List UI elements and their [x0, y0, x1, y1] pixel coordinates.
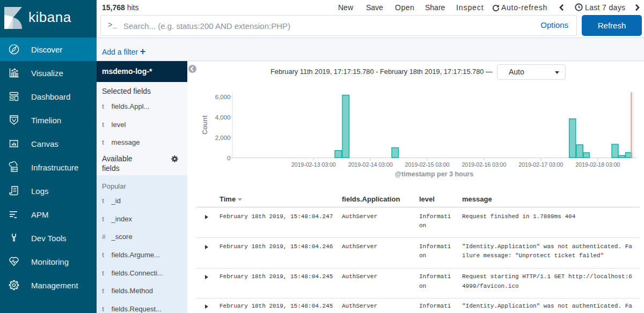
svg-text:2019-02-18 03:00: 2019-02-18 03:00: [575, 161, 620, 168]
svg-text:2019-02-14 03:00: 2019-02-14 03:00: [348, 161, 393, 168]
svg-text:@timestamp per 3 hours: @timestamp per 3 hours: [395, 170, 473, 178]
svg-text:2,000: 2,000: [215, 135, 231, 141]
svg-text:2019-02-17 03:00: 2019-02-17 03:00: [518, 161, 563, 168]
svg-text:2019-02-16 03:00: 2019-02-16 03:00: [462, 161, 506, 168]
svg-text:0: 0: [227, 155, 230, 161]
svg-text:Count: Count: [201, 115, 209, 135]
svg-text:2019-02-15 03:00: 2019-02-15 03:00: [405, 161, 450, 168]
svg-text:6,000: 6,000: [215, 94, 231, 100]
svg-text:2019-02-13 03:00: 2019-02-13 03:00: [291, 161, 336, 168]
svg-text:4,000: 4,000: [215, 114, 231, 121]
